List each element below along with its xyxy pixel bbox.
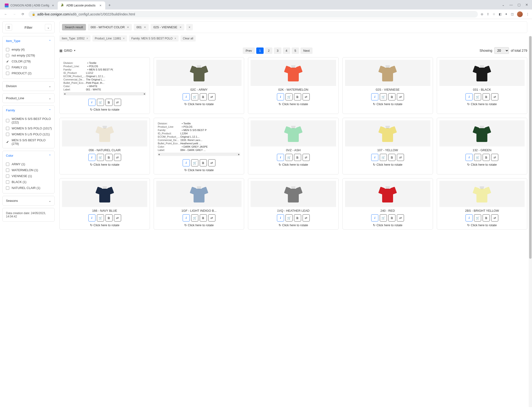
file-button[interactable]: 🗎 xyxy=(105,154,113,161)
close-icon[interactable]: × xyxy=(175,37,176,40)
info-button[interactable]: i xyxy=(466,214,473,222)
close-all-tabs[interactable]: × xyxy=(186,24,193,30)
reload-button[interactable]: ⟳ xyxy=(20,11,26,17)
filter-option[interactable]: FAMILY (1) xyxy=(6,64,52,70)
zoom-icon[interactable]: ⊖ xyxy=(481,12,483,16)
browser-tab-active[interactable]: 🐊 ADIB Lacoste products × xyxy=(58,1,105,9)
filter-option[interactable]: NATUREL CLAIR (1) xyxy=(6,185,52,191)
rotate-link[interactable]: ↻Click here to rotate xyxy=(184,102,214,106)
close-window-icon[interactable]: ✕ xyxy=(525,3,528,7)
file-button[interactable]: 🗎 xyxy=(200,159,207,167)
file-button[interactable]: 🗎 xyxy=(105,214,113,222)
close-icon[interactable]: × xyxy=(86,37,88,40)
filter-option[interactable]: WOMEN S S/S POLO (1017) xyxy=(6,125,52,131)
minimize-icon[interactable]: — xyxy=(509,3,513,7)
filter-group-toggle[interactable]: Color ⌃ xyxy=(3,151,54,160)
bookmark-icon[interactable]: ☆ xyxy=(493,12,495,16)
cart-button[interactable]: 🛒 xyxy=(380,214,387,222)
info-button[interactable]: i xyxy=(277,154,284,161)
filter-option[interactable]: WOMEN S L/S POLO (121) xyxy=(6,131,52,137)
hamburger-icon[interactable]: ☰ xyxy=(5,24,12,31)
rotate-link[interactable]: ↻Click here to rotate xyxy=(467,223,497,227)
compare-button[interactable]: ⇄ xyxy=(397,93,404,100)
rotate-link[interactable]: ↻Click here to rotate xyxy=(184,223,214,227)
compare-button[interactable]: ⇄ xyxy=(208,93,215,100)
rotate-link[interactable]: ↻Click here to rotate xyxy=(279,163,308,167)
horizontal-scrollbar[interactable]: ◀▶ xyxy=(158,153,240,156)
filter-option[interactable]: PRODUCT (2) xyxy=(6,70,52,76)
rotate-link[interactable]: ↻Click here to rotate xyxy=(467,102,497,106)
horizontal-scrollbar[interactable]: ◀▶ xyxy=(63,92,146,95)
filter-chip[interactable]: Item_Type: 10552× xyxy=(59,35,90,42)
next-button[interactable]: Next xyxy=(300,47,313,54)
file-button[interactable]: 🗎 xyxy=(294,154,301,161)
clear-all-chip[interactable]: Clear all xyxy=(180,35,196,42)
cart-button[interactable]: 🛒 xyxy=(97,99,104,106)
rotate-link[interactable]: ↻Click here to rotate xyxy=(373,102,402,106)
cart-button[interactable]: 🛒 xyxy=(380,93,387,100)
filter-option[interactable]: MEN S S/S BEST POLO (279) xyxy=(6,137,52,147)
info-button[interactable]: i xyxy=(371,214,378,222)
info-button[interactable]: i xyxy=(466,154,473,161)
info-button[interactable]: i xyxy=(466,93,473,100)
compare-button[interactable]: ⇄ xyxy=(303,93,310,100)
rotate-link[interactable]: ↻Click here to rotate xyxy=(90,108,119,111)
page-scrollbar[interactable] xyxy=(529,36,532,407)
grid-view-dropdown[interactable]: ▦ GRID ▼ xyxy=(59,49,76,52)
page-button[interactable]: 2 xyxy=(265,47,272,54)
cart-button[interactable]: 🛒 xyxy=(285,93,293,100)
close-icon[interactable]: × xyxy=(123,37,125,40)
compare-button[interactable]: ⇄ xyxy=(491,214,498,222)
page-size-select[interactable]: 20 xyxy=(494,47,509,54)
search-tab[interactable]: 000 - WITHOUT COLOR× xyxy=(88,24,132,30)
rotate-link[interactable]: ↻Click here to rotate xyxy=(90,223,119,227)
info-button[interactable]: i xyxy=(88,214,95,222)
filter-option[interactable]: not empty (3279) xyxy=(6,52,52,58)
filter-group-toggle[interactable]: Division ⌄ xyxy=(3,81,54,91)
filter-group-toggle[interactable]: Family ⌃ xyxy=(3,106,54,115)
filter-chip[interactable]: Family: MEN S S/S BEST POLO× xyxy=(129,35,179,42)
address-bar[interactable]: 🔒 adib-live.conigon.com/adib_config/Laco… xyxy=(28,11,478,18)
close-icon[interactable]: × xyxy=(180,25,181,29)
file-button[interactable]: 🗎 xyxy=(483,154,490,161)
page-button[interactable]: 5 xyxy=(292,47,299,54)
maximize-icon[interactable]: ▢ xyxy=(518,3,521,7)
browser-tab[interactable]: CONIGON ADIB | ADIB Config × xyxy=(2,1,58,9)
cart-button[interactable]: 🛒 xyxy=(380,154,387,161)
info-button[interactable]: i xyxy=(183,93,190,100)
kebab-menu-icon[interactable]: ⋮ xyxy=(526,12,529,16)
close-icon[interactable]: × xyxy=(144,25,146,29)
puzzle-icon[interactable]: ✦ xyxy=(505,12,508,16)
file-button[interactable]: 🗎 xyxy=(483,214,490,222)
share-icon[interactable]: ⇪ xyxy=(487,12,489,16)
page-button[interactable]: 4 xyxy=(283,47,290,54)
prev-button[interactable]: Prev xyxy=(243,47,255,54)
cart-button[interactable]: 🛒 xyxy=(191,93,198,100)
chevron-down-icon[interactable]: ⌄ xyxy=(502,3,505,7)
filter-option[interactable]: COLOR (279) xyxy=(6,58,52,64)
info-button[interactable]: i xyxy=(88,154,95,161)
file-button[interactable]: 🗎 xyxy=(483,93,490,100)
close-icon[interactable]: × xyxy=(127,25,129,29)
file-button[interactable]: 🗎 xyxy=(105,99,113,106)
rotate-link[interactable]: ↻Click here to rotate xyxy=(373,223,402,227)
search-tab-result[interactable]: Search result xyxy=(62,24,86,30)
cart-button[interactable]: 🛒 xyxy=(285,214,293,222)
close-icon[interactable]: × xyxy=(99,4,102,7)
compare-button[interactable]: ⇄ xyxy=(397,154,404,161)
filter-option[interactable]: WATERMELON (1) xyxy=(6,167,52,173)
info-button[interactable]: i xyxy=(88,99,95,106)
search-tab[interactable]: 001× xyxy=(134,24,149,30)
file-button[interactable]: 🗎 xyxy=(200,93,207,100)
page-button[interactable]: 3 xyxy=(274,47,281,54)
search-tab[interactable]: 02S - VIENNESE× xyxy=(151,24,184,30)
new-tab-button[interactable]: + xyxy=(106,2,113,9)
close-icon[interactable]: × xyxy=(51,4,55,7)
cart-button[interactable]: 🛒 xyxy=(285,154,293,161)
rotate-link[interactable]: ↻Click here to rotate xyxy=(184,168,214,172)
compare-button[interactable]: ⇄ xyxy=(303,154,310,161)
rotate-link[interactable]: ↻Click here to rotate xyxy=(279,223,308,227)
page-button[interactable]: 1 xyxy=(256,47,264,54)
compare-button[interactable]: ⇄ xyxy=(114,214,121,222)
filter-option[interactable]: VIENNESE (1) xyxy=(6,173,52,179)
